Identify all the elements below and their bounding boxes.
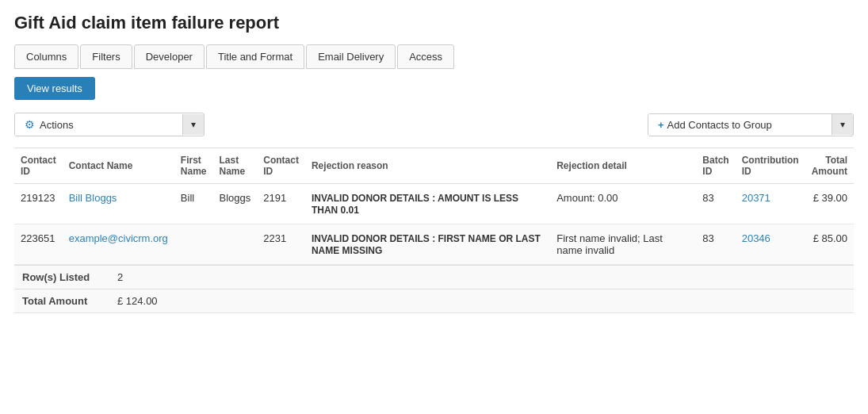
table-row: 223651example@civicrm.org2231INVALID DON… bbox=[14, 224, 854, 265]
actions-label: Actions bbox=[40, 119, 74, 131]
add-contacts-dropdown: + Add Contacts to Group ▾ bbox=[648, 113, 854, 136]
add-contacts-caret-button[interactable]: ▾ bbox=[832, 114, 853, 135]
cell-batch-id: 83 bbox=[696, 224, 735, 265]
gear-icon: ⚙ bbox=[25, 118, 35, 131]
col-header-total-amount: TotalAmount bbox=[805, 148, 854, 184]
footer-rows-listed: Row(s) Listed 2 bbox=[14, 266, 854, 289]
table-header-row: ContactID Contact Name FirstName LastNam… bbox=[14, 148, 854, 184]
cell-contact-name-link[interactable]: example@civicrm.org bbox=[69, 232, 168, 244]
actions-dropdown: ⚙ Actions ▾ bbox=[14, 113, 205, 136]
col-header-rejection-detail: Rejection detail bbox=[550, 148, 696, 184]
col-header-contribution-id: ContributionID bbox=[736, 148, 805, 184]
view-results-button[interactable]: View results bbox=[14, 77, 95, 100]
tab-access[interactable]: Access bbox=[397, 44, 454, 69]
cell-rejection-detail: First name invalid; Last name invalid bbox=[550, 224, 696, 265]
col-header-contact-id2: ContactID bbox=[257, 148, 305, 184]
cell-contribution-id-link[interactable]: 20346 bbox=[742, 232, 770, 244]
cell-batch-id: 83 bbox=[696, 184, 735, 224]
col-header-contact-id: ContactID bbox=[14, 148, 63, 184]
col-header-rejection-reason: Rejection reason bbox=[305, 148, 550, 184]
rows-listed-label: Row(s) Listed bbox=[14, 266, 109, 289]
cell-contact-id2: 2191 bbox=[257, 184, 305, 224]
cell-total-amount: £ 85.00 bbox=[805, 224, 854, 265]
cell-contact-id: 219123 bbox=[14, 184, 63, 224]
add-contacts-button[interactable]: + Add Contacts to Group bbox=[648, 114, 832, 136]
tabs-bar: Columns Filters Developer Title and Form… bbox=[14, 44, 854, 69]
cell-rejection-reason-text: INVALID DONOR DETAILS : AMOUNT IS LESS T… bbox=[312, 193, 518, 216]
data-table: ContactID Contact Name FirstName LastNam… bbox=[14, 148, 854, 265]
toolbar: ⚙ Actions ▾ + Add Contacts to Group ▾ bbox=[14, 113, 854, 136]
plus-icon: + bbox=[658, 119, 664, 131]
cell-first-name: Bill bbox=[174, 184, 213, 224]
cell-rejection-reason: INVALID DONOR DETAILS : AMOUNT IS LESS T… bbox=[305, 184, 550, 224]
cell-contact-name[interactable]: Bill Bloggs bbox=[63, 184, 174, 224]
total-amount-label: Total Amount bbox=[14, 289, 109, 313]
total-amount-value: £ 124.00 bbox=[109, 289, 854, 313]
footer-total-amount: Total Amount £ 124.00 bbox=[14, 289, 854, 313]
table-row: 219123Bill BloggsBillBloggs2191INVALID D… bbox=[14, 184, 854, 224]
cell-contribution-id[interactable]: 20371 bbox=[736, 184, 805, 224]
tab-email-delivery[interactable]: Email Delivery bbox=[306, 44, 396, 69]
cell-last-name bbox=[213, 224, 258, 265]
cell-rejection-reason-text: INVALID DONOR DETAILS : FIRST NAME OR LA… bbox=[312, 233, 541, 256]
cell-contribution-id-link[interactable]: 20371 bbox=[742, 192, 770, 204]
col-header-last-name: LastName bbox=[213, 148, 258, 184]
col-header-contact-name: Contact Name bbox=[63, 148, 174, 184]
cell-rejection-reason: INVALID DONOR DETAILS : FIRST NAME OR LA… bbox=[305, 224, 550, 265]
cell-contact-id2: 2231 bbox=[257, 224, 305, 265]
cell-total-amount: £ 39.00 bbox=[805, 184, 854, 224]
cell-contribution-id[interactable]: 20346 bbox=[736, 224, 805, 265]
col-header-first-name: FirstName bbox=[174, 148, 213, 184]
tab-developer[interactable]: Developer bbox=[134, 44, 205, 69]
cell-contact-id: 223651 bbox=[14, 224, 63, 265]
cell-rejection-detail: Amount: 0.00 bbox=[550, 184, 696, 224]
footer-table: Row(s) Listed 2 Total Amount £ 124.00 bbox=[14, 265, 854, 313]
cell-contact-name-link[interactable]: Bill Bloggs bbox=[69, 192, 117, 204]
actions-caret-button[interactable]: ▾ bbox=[182, 114, 204, 135]
col-header-batch-id: BatchID bbox=[696, 148, 735, 184]
actions-button[interactable]: ⚙ Actions bbox=[15, 113, 182, 136]
cell-last-name: Bloggs bbox=[213, 184, 258, 224]
add-contacts-label: Add Contacts to Group bbox=[667, 119, 772, 131]
cell-contact-name[interactable]: example@civicrm.org bbox=[63, 224, 174, 265]
tab-columns[interactable]: Columns bbox=[14, 44, 78, 69]
tab-title-and-format[interactable]: Title and Format bbox=[206, 44, 304, 69]
rows-listed-value: 2 bbox=[109, 266, 854, 289]
cell-first-name bbox=[174, 224, 213, 265]
tab-filters[interactable]: Filters bbox=[80, 44, 132, 69]
page-title: Gift Aid claim item failure report bbox=[14, 13, 854, 33]
